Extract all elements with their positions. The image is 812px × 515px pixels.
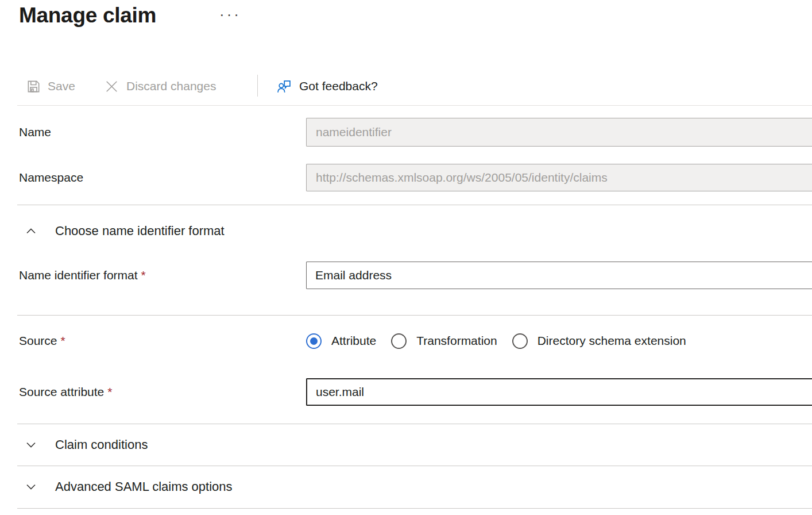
more-options-button[interactable]: ··· — [219, 7, 241, 22]
source-radio-group: Attribute Transformation Directory schem… — [306, 330, 686, 351]
section-label: Choose name identifier format — [55, 224, 225, 239]
name-identifier-format-value: Email address — [315, 268, 392, 282]
discard-changes-button[interactable]: Discard changes — [104, 74, 216, 98]
got-feedback-label: Got feedback? — [299, 79, 378, 93]
required-asterisk: * — [107, 385, 112, 399]
section-label: Advanced SAML claims options — [55, 479, 233, 494]
chevron-up-icon — [23, 223, 39, 239]
section-choose-name-identifier-format[interactable]: Choose name identifier format — [23, 222, 225, 240]
section-divider — [17, 466, 812, 466]
radio-label: Directory schema extension — [538, 334, 686, 348]
got-feedback-button[interactable]: Got feedback? — [276, 74, 378, 98]
section-divider — [17, 205, 812, 205]
feedback-person-icon — [276, 78, 292, 94]
discard-x-icon — [104, 79, 119, 94]
section-divider — [17, 508, 812, 509]
source-field-label: Source * — [19, 333, 65, 349]
required-asterisk: * — [61, 334, 65, 348]
toolbar-bottom-rule — [17, 105, 812, 106]
source-attribute-combobox[interactable]: user.mail — [306, 378, 812, 406]
namespace-input[interactable] — [306, 164, 812, 191]
radio-unselected-icon — [391, 333, 407, 349]
radio-label: Attribute — [331, 334, 376, 348]
radio-option-attribute[interactable]: Attribute — [306, 333, 376, 349]
chevron-down-icon — [23, 437, 39, 453]
source-attribute-label: Source attribute * — [19, 378, 112, 406]
section-divider — [17, 315, 812, 316]
section-advanced-saml-claims-options[interactable]: Advanced SAML claims options — [23, 478, 233, 496]
namespace-field-label: Namespace — [19, 164, 83, 191]
source-attribute-value: user.mail — [316, 385, 364, 399]
discard-changes-label: Discard changes — [126, 79, 216, 93]
name-identifier-format-select[interactable]: Email address — [306, 262, 812, 289]
save-icon — [26, 79, 41, 94]
section-label: Claim conditions — [55, 437, 148, 452]
radio-label: Transformation — [416, 334, 497, 348]
radio-option-transformation[interactable]: Transformation — [391, 333, 497, 349]
section-divider — [17, 424, 812, 424]
radio-option-directory-schema-extension[interactable]: Directory schema extension — [512, 333, 686, 349]
save-button[interactable]: Save — [26, 74, 75, 98]
section-claim-conditions[interactable]: Claim conditions — [23, 436, 148, 454]
radio-unselected-icon — [512, 333, 528, 349]
chevron-down-icon — [23, 479, 39, 495]
name-field-label: Name — [19, 118, 51, 147]
manage-claim-pane: Manage claim ··· Save Discard changes — [0, 0, 812, 515]
required-asterisk: * — [141, 268, 146, 282]
page-title: Manage claim — [19, 3, 156, 28]
name-identifier-format-label: Name identifier format * — [19, 262, 146, 289]
toolbar-separator — [257, 75, 258, 97]
name-input[interactable] — [306, 118, 812, 147]
save-label: Save — [48, 79, 75, 93]
radio-selected-icon — [306, 333, 322, 349]
